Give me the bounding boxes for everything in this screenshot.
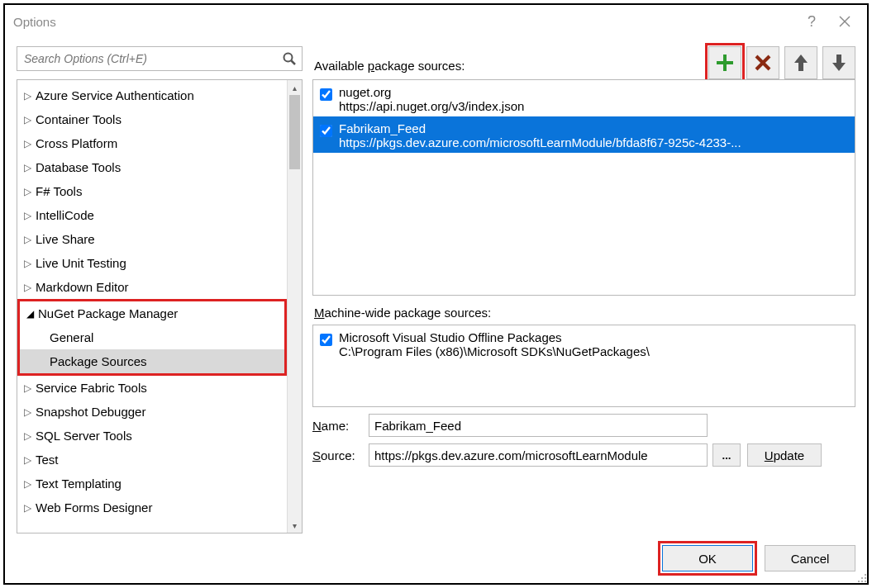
question-icon: ? <box>808 13 816 31</box>
source-enabled-checkbox[interactable] <box>320 125 332 137</box>
tree-item[interactable]: ▷Web Forms Designer <box>17 496 287 519</box>
tree-item[interactable]: ▷Azure Service Authentication <box>17 83 287 107</box>
svg-point-10 <box>865 574 866 576</box>
available-sources-list[interactable]: nuget.orghttps://api.nuget.org/v3/index.… <box>312 79 855 296</box>
caret-down-icon: ◢ <box>26 308 38 320</box>
resize-grip-icon[interactable] <box>855 571 867 583</box>
source-url: https://pkgs.dev.azure.com/microsoftLear… <box>339 135 848 149</box>
tree-scrollbar[interactable]: ▴ ▾ <box>287 80 302 533</box>
search-input[interactable] <box>22 51 282 66</box>
package-source-item[interactable]: nuget.orghttps://api.nuget.org/v3/index.… <box>313 80 855 116</box>
arrow-down-icon <box>831 53 847 73</box>
tree-child-item[interactable]: General <box>20 325 284 349</box>
options-tree: ▷Azure Service Authentication▷Container … <box>17 79 303 533</box>
tree-item-label: Azure Service Authentication <box>36 88 194 102</box>
name-input[interactable] <box>369 414 708 437</box>
remove-source-button[interactable] <box>746 46 779 79</box>
dialog-footer: OK Cancel <box>5 533 867 583</box>
arrow-up-icon <box>793 53 809 73</box>
caret-right-icon: ▷ <box>24 258 36 269</box>
tree-item[interactable]: ▷Live Share <box>17 227 287 251</box>
caret-right-icon: ▷ <box>24 234 36 245</box>
tree-item[interactable]: ▷IntelliCode <box>17 203 287 227</box>
nuget-section-highlight: ◢NuGet Package ManagerGeneralPackage Sou… <box>17 299 287 376</box>
tree-item-label: NuGet Package Manager <box>38 306 178 320</box>
tree-item[interactable]: ▷Text Templating <box>17 472 287 496</box>
source-name: Fabrikam_Feed <box>339 121 848 135</box>
tree-item[interactable]: ▷Container Tools <box>17 107 287 131</box>
ok-button[interactable]: OK <box>662 545 753 571</box>
tree-item-label: F# Tools <box>36 184 82 198</box>
tree-item[interactable]: ▷Live Unit Testing <box>17 251 287 275</box>
svg-point-2 <box>284 54 293 62</box>
tree-item[interactable]: ▷Markdown Editor <box>17 275 287 299</box>
machine-sources-label: Machine-wide package sources: <box>314 306 855 320</box>
tree-item-label: Live Share <box>36 232 95 246</box>
caret-right-icon: ▷ <box>24 382 36 394</box>
available-sources-label: Available package sources: <box>314 59 465 73</box>
svg-point-12 <box>865 577 866 579</box>
tree-item-label: Package Sources <box>50 354 147 368</box>
svg-rect-5 <box>717 61 733 64</box>
window-title: Options <box>13 15 793 29</box>
plus-icon <box>715 53 735 73</box>
source-url: C:\Program Files (x86)\Microsoft SDKs\Nu… <box>339 344 848 358</box>
svg-point-14 <box>861 581 863 582</box>
caret-right-icon: ▷ <box>24 138 36 149</box>
caret-right-icon: ▷ <box>24 210 36 221</box>
tree-item-label: Cross Platform <box>36 136 117 150</box>
scroll-down-icon[interactable]: ▾ <box>288 518 302 533</box>
tree-item-label: Test <box>36 453 59 467</box>
tree-item[interactable]: ▷Database Tools <box>17 155 287 179</box>
tree-item[interactable]: ▷F# Tools <box>17 179 287 203</box>
tree-item-label: Database Tools <box>36 160 121 174</box>
tree-item-label: Text Templating <box>36 477 122 491</box>
svg-line-3 <box>292 61 296 65</box>
package-source-item[interactable]: Microsoft Visual Studio Offline Packages… <box>313 325 855 362</box>
add-source-button[interactable] <box>708 46 741 79</box>
search-icon <box>282 51 297 66</box>
source-url: https://api.nuget.org/v3/index.json <box>339 99 848 113</box>
tree-item-label: Container Tools <box>36 112 122 126</box>
svg-marker-8 <box>794 55 808 71</box>
tree-item-label: General <box>50 330 93 344</box>
tree-item[interactable]: ▷Service Fabric Tools <box>17 376 287 400</box>
move-up-button[interactable] <box>784 46 817 79</box>
move-down-button[interactable] <box>822 46 855 79</box>
caret-right-icon: ▷ <box>24 282 36 293</box>
tree-item[interactable]: ▷SQL Server Tools <box>17 424 287 448</box>
source-enabled-checkbox[interactable] <box>320 334 332 346</box>
svg-point-11 <box>861 577 863 579</box>
machine-sources-list[interactable]: Microsoft Visual Studio Offline Packages… <box>312 325 855 407</box>
source-name: nuget.org <box>339 85 848 99</box>
tree-item-label: Markdown Editor <box>36 280 129 294</box>
tree-item[interactable]: ▷Cross Platform <box>17 131 287 155</box>
tree-item-label: Snapshot Debugger <box>36 405 145 419</box>
source-input[interactable] <box>369 443 708 467</box>
caret-right-icon: ▷ <box>24 114 36 126</box>
tree-item-label: Service Fabric Tools <box>36 381 147 395</box>
scroll-up-icon[interactable]: ▴ <box>288 80 302 95</box>
source-name: Microsoft Visual Studio Offline Packages <box>339 330 848 344</box>
scroll-thumb[interactable] <box>289 95 300 169</box>
tree-item[interactable]: ◢NuGet Package Manager <box>20 301 284 325</box>
browse-button[interactable]: ... <box>712 443 741 467</box>
caret-right-icon: ▷ <box>24 430 36 442</box>
close-button[interactable] <box>831 10 859 33</box>
cancel-button[interactable]: Cancel <box>765 545 855 571</box>
source-enabled-checkbox[interactable] <box>320 88 332 101</box>
name-label: Name: <box>312 419 369 433</box>
tree-item[interactable]: ▷Snapshot Debugger <box>17 400 287 424</box>
tree-child-item[interactable]: Package Sources <box>20 349 284 373</box>
caret-right-icon: ▷ <box>24 186 36 197</box>
update-button[interactable]: Update <box>747 443 822 467</box>
caret-right-icon: ▷ <box>24 478 36 490</box>
titlebar: Options ? <box>5 5 867 38</box>
caret-right-icon: ▷ <box>24 406 36 418</box>
left-pane: ▷Azure Service Authentication▷Container … <box>17 46 303 533</box>
package-source-item[interactable]: Fabrikam_Feedhttps://pkgs.dev.azure.com/… <box>313 116 855 153</box>
help-button[interactable]: ? <box>798 10 826 33</box>
search-options[interactable] <box>17 46 303 71</box>
tree-item[interactable]: ▷Test <box>17 448 287 472</box>
caret-right-icon: ▷ <box>24 162 36 173</box>
